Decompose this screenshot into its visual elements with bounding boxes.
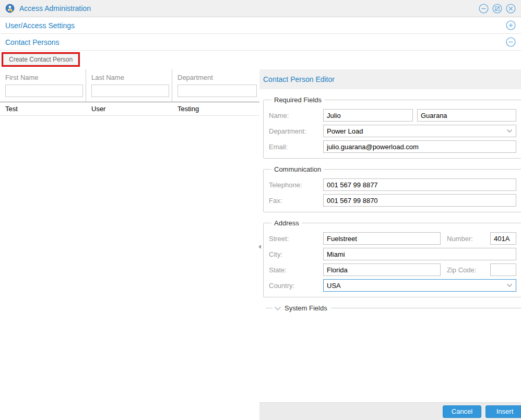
divider [331, 308, 521, 308]
required-fields-legend: Required Fields [271, 96, 324, 104]
column-header-first-name: First Name [5, 74, 83, 81]
state-label: State: [269, 266, 323, 274]
country-row: Country: USA [269, 279, 516, 292]
column-department: Department [172, 69, 259, 102]
chevron-down-icon[interactable] [274, 306, 281, 311]
communication-group: Communication Telephone: Fax: [263, 165, 521, 212]
street-label: Street: [269, 235, 323, 243]
address-legend: Address [271, 219, 302, 227]
table-row[interactable]: Test User Testing [0, 102, 259, 116]
name-label: Name: [269, 112, 323, 119]
number-label: Number: [441, 235, 490, 243]
window-controls [479, 4, 516, 14]
cancel-button[interactable]: Cancel [443, 405, 481, 418]
department-filter-input[interactable] [177, 85, 257, 97]
divider [266, 308, 273, 308]
contact-person-editor-panel: Contact Person Editor Required Fields Na… [259, 69, 521, 420]
insert-button[interactable]: Insert [486, 405, 521, 418]
telephone-row: Telephone: [269, 178, 516, 191]
street-field[interactable] [323, 232, 441, 245]
state-field[interactable] [323, 263, 441, 276]
table-header-row: First Name Last Name Department [0, 69, 259, 102]
city-row: City: [269, 248, 516, 260]
email-row: Email: [269, 140, 516, 153]
first-name-field[interactable] [323, 109, 413, 122]
column-last-name: Last Name [86, 69, 172, 102]
required-fields-group: Required Fields Name: Department: Power … [263, 96, 521, 159]
section-user-access-settings[interactable]: User/Access Settings [0, 17, 521, 34]
country-label: Country: [269, 282, 323, 290]
collapse-icon[interactable] [506, 37, 516, 47]
section-contact-persons-label: Contact Persons [5, 38, 506, 46]
close-icon[interactable] [506, 4, 516, 14]
column-header-department: Department [177, 74, 257, 81]
window-title: Access Administration [19, 4, 479, 13]
section-contact-persons[interactable]: Contact Persons [0, 34, 521, 51]
last-name-filter-input[interactable] [91, 85, 169, 97]
editor-body: Required Fields Name: Department: Power … [259, 89, 521, 402]
window-titlebar: Access Administration [0, 0, 521, 17]
department-select[interactable]: Power Load [323, 125, 516, 137]
country-select[interactable]: USA [323, 279, 516, 292]
annotation-highlight-box: Create Contact Person [2, 52, 80, 67]
number-field[interactable] [490, 232, 516, 245]
editor-footer: Cancel Insert [259, 402, 521, 420]
department-row: Department: Power Load [269, 125, 516, 137]
editor-header: Contact Person Editor [259, 69, 521, 89]
chevron-left-icon [258, 245, 261, 249]
cell-first-name: Test [0, 105, 86, 113]
expand-icon[interactable] [506, 20, 516, 30]
communication-legend: Communication [271, 165, 324, 173]
country-selected-value: USA [327, 282, 506, 290]
last-name-field[interactable] [417, 109, 516, 122]
column-first-name: First Name [0, 69, 86, 102]
restore-icon[interactable] [492, 4, 502, 14]
fax-row: Fax: [269, 194, 516, 207]
contact-persons-toolbar: Create Contact Person [0, 51, 80, 69]
city-field[interactable] [323, 248, 516, 260]
chevron-down-icon [506, 129, 513, 133]
street-row: Street: Number: [269, 232, 516, 245]
fax-field[interactable] [323, 194, 516, 207]
cell-department: Testing [172, 105, 258, 113]
column-header-last-name: Last Name [91, 74, 169, 81]
telephone-label: Telephone: [269, 181, 323, 189]
name-row: Name: [269, 109, 516, 122]
main-split-area: First Name Last Name Department Test Use… [0, 69, 521, 420]
telephone-field[interactable] [323, 178, 516, 191]
email-field[interactable] [323, 140, 516, 153]
zip-code-label: Zip Code: [441, 266, 490, 274]
email-label: Email: [269, 143, 323, 151]
state-row: State: Zip Code: [269, 263, 516, 276]
zip-code-field[interactable] [490, 263, 516, 276]
system-fields-label: System Fields [281, 304, 331, 312]
contact-persons-table: First Name Last Name Department Test Use… [0, 69, 259, 420]
department-selected-value: Power Load [327, 127, 506, 135]
system-fields-section-header[interactable]: System Fields [266, 304, 521, 312]
address-group: Address Street: Number: City: State: Zip… [263, 219, 521, 297]
city-label: City: [269, 250, 323, 258]
cell-last-name: User [86, 105, 172, 113]
department-label: Department: [269, 127, 323, 135]
section-user-access-label: User/Access Settings [5, 21, 506, 30]
first-name-filter-input[interactable] [5, 85, 83, 97]
minimize-icon[interactable] [479, 4, 489, 14]
chevron-down-icon [506, 283, 513, 287]
fax-label: Fax: [269, 197, 323, 205]
user-admin-globe-icon [5, 4, 15, 14]
editor-title: Contact Person Editor [263, 75, 335, 83]
create-contact-person-button[interactable]: Create Contact Person [3, 54, 78, 65]
